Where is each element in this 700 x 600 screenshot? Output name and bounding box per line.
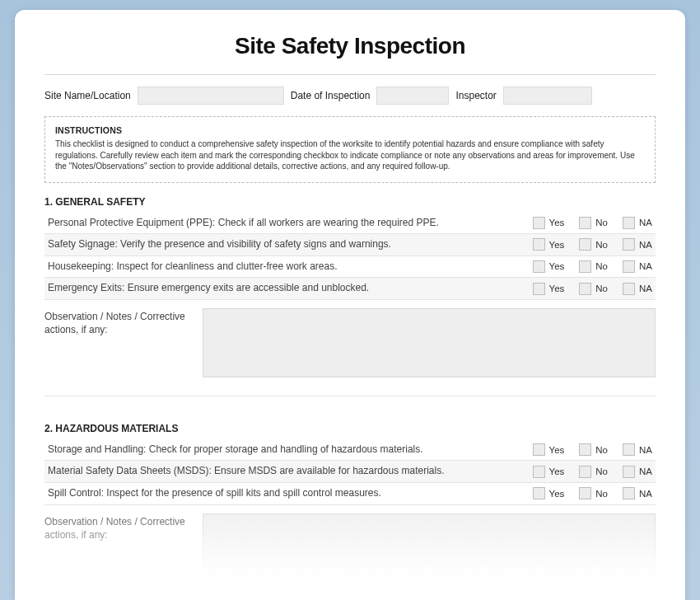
row-text: Personal Protective Equipment (PPE): Che…: [48, 217, 533, 230]
checkbox-icon: [579, 238, 591, 251]
checkbox-icon: [533, 283, 545, 295]
notes-label: Observation / Notes / Corrective actions…: [44, 308, 193, 336]
notes-textarea[interactable]: [203, 308, 656, 377]
checkbox-icon: [579, 217, 591, 229]
check-yes[interactable]: Yes: [533, 283, 565, 295]
check-yes[interactable]: Yes: [533, 487, 565, 499]
checkbox-icon: [579, 283, 591, 295]
checkbox-icon: [533, 217, 545, 229]
checkbox-icon: [533, 238, 545, 251]
checkbox-icon: [533, 443, 545, 456]
row-text: Storage and Handling: Check for proper s…: [48, 443, 533, 457]
header-fields: Site Name/Location Date of Inspection In…: [44, 87, 656, 105]
row-checks: Yes No NA: [533, 487, 652, 499]
instructions-body: This checklist is designed to conduct a …: [55, 138, 645, 172]
checklist-row: Housekeeping: Inspect for cleanliness an…: [44, 256, 656, 279]
check-na[interactable]: NA: [623, 487, 652, 499]
check-no[interactable]: No: [579, 217, 608, 229]
check-na[interactable]: NA: [623, 260, 652, 273]
checkbox-icon: [533, 466, 545, 478]
checkbox-icon: [623, 217, 635, 229]
row-checks: Yes No NA: [533, 238, 652, 251]
checkbox-icon: [579, 487, 591, 499]
checklist-row: Storage and Handling: Check for proper s…: [44, 439, 656, 462]
instructions-box: INSTRUCTIONS This checklist is designed …: [44, 116, 656, 183]
form-page: Site Safety Inspection Site Name/Locatio…: [15, 10, 685, 600]
row-text: Material Safety Data Sheets (MSDS): Ensu…: [48, 465, 533, 478]
checklist-row: Emergency Exits: Ensure emergency exits …: [44, 278, 656, 300]
check-no[interactable]: No: [579, 283, 608, 295]
section-title: 1. GENERAL SAFETY: [44, 196, 656, 208]
check-yes[interactable]: Yes: [533, 238, 565, 251]
checkbox-icon: [623, 443, 635, 456]
section-gap: [44, 396, 656, 418]
date-input[interactable]: [376, 87, 449, 105]
inspector-label: Inspector: [455, 90, 496, 101]
checkbox-icon: [623, 260, 635, 273]
notes-row: Observation / Notes / Corrective actions…: [44, 505, 656, 600]
check-no[interactable]: No: [579, 466, 608, 478]
check-yes[interactable]: Yes: [533, 443, 565, 456]
site-label: Site Name/Location: [44, 90, 131, 101]
check-no[interactable]: No: [579, 487, 608, 499]
check-no[interactable]: No: [579, 260, 608, 273]
row-checks: Yes No NA: [533, 217, 652, 229]
checklist-row: Spill Control: Inspect for the presence …: [44, 483, 656, 505]
page-inner: Site Safety Inspection Site Name/Locatio…: [15, 10, 685, 600]
row-text: Spill Control: Inspect for the presence …: [48, 487, 533, 500]
check-no[interactable]: No: [579, 238, 608, 251]
row-checks: Yes No NA: [533, 260, 652, 273]
checklist-row: Personal Protective Equipment (PPE): Che…: [44, 213, 656, 235]
row-text: Safety Signage: Verify the presence and …: [48, 238, 533, 251]
checkbox-icon: [579, 466, 591, 478]
checklist-row: Material Safety Data Sheets (MSDS): Ensu…: [44, 461, 656, 483]
checklist-row: Safety Signage: Verify the presence and …: [44, 234, 656, 256]
checkbox-icon: [623, 238, 635, 251]
page-title: Site Safety Inspection: [44, 33, 656, 59]
row-text: Emergency Exits: Ensure emergency exits …: [48, 282, 533, 295]
check-no[interactable]: No: [579, 443, 608, 456]
date-label: Date of Inspection: [291, 90, 371, 101]
check-na[interactable]: NA: [623, 466, 652, 478]
row-checks: Yes No NA: [533, 283, 652, 295]
check-na[interactable]: NA: [623, 238, 652, 251]
section-title: 2. HAZARDOUS MATERIALS: [44, 423, 656, 434]
check-yes[interactable]: Yes: [533, 466, 565, 478]
checkbox-icon: [579, 260, 591, 273]
row-checks: Yes No NA: [533, 443, 652, 456]
checkbox-icon: [533, 487, 545, 499]
checkbox-icon: [623, 283, 635, 295]
checkbox-icon: [533, 260, 545, 273]
checkbox-icon: [623, 487, 635, 499]
checkbox-icon: [579, 443, 591, 456]
check-na[interactable]: NA: [623, 217, 652, 229]
check-yes[interactable]: Yes: [533, 260, 565, 273]
row-text: Housekeeping: Inspect for cleanliness an…: [48, 260, 533, 274]
notes-textarea[interactable]: [203, 513, 656, 583]
notes-row: Observation / Notes / Corrective actions…: [44, 300, 656, 396]
check-na[interactable]: NA: [623, 443, 652, 456]
row-checks: Yes No NA: [533, 466, 652, 478]
site-input[interactable]: [138, 87, 284, 105]
check-yes[interactable]: Yes: [533, 217, 565, 229]
divider: [44, 74, 656, 75]
checkbox-icon: [623, 466, 635, 478]
check-na[interactable]: NA: [623, 283, 652, 295]
inspector-input[interactable]: [503, 87, 592, 105]
instructions-heading: INSTRUCTIONS: [55, 125, 645, 135]
notes-label: Observation / Notes / Corrective actions…: [44, 513, 193, 541]
